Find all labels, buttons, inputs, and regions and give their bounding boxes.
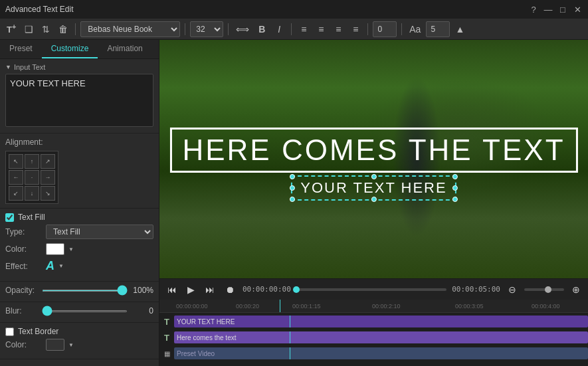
ruler-label-4: 00:00:3:05 <box>455 303 484 310</box>
border-color-arrow-icon[interactable]: ▼ <box>68 342 74 348</box>
align-middle-left[interactable]: ← <box>9 170 23 185</box>
track-clip-3: Preset Video <box>174 347 588 359</box>
input-text-arrow: ▼ <box>5 64 11 70</box>
zoom-indicator <box>545 286 551 293</box>
align-bottom-center[interactable]: ↓ <box>25 186 39 201</box>
handle-top-right[interactable] <box>452 174 458 179</box>
border-color-swatch[interactable] <box>46 339 64 351</box>
italic-icon: I <box>278 24 280 35</box>
align-left-icon: ≡ <box>301 24 306 35</box>
extra-icon-button[interactable]: Aa <box>407 21 423 37</box>
handle-mid-left[interactable] <box>290 185 295 191</box>
tab-preset[interactable]: Preset <box>0 40 42 58</box>
add-text-button[interactable]: T+ <box>4 21 19 37</box>
copy-button[interactable]: ❑ <box>21 21 36 37</box>
cursor-line-2 <box>290 331 290 343</box>
volume-down-button[interactable]: ⊖ <box>506 283 519 296</box>
separator-2 <box>185 23 185 35</box>
volume-up-button[interactable]: ⊕ <box>569 283 583 296</box>
track-content-3[interactable]: Preset Video <box>174 347 588 359</box>
input-text-section: ▼ Input Text YOUR TEXT HERE <box>0 59 159 134</box>
close-button[interactable]: ✕ <box>572 4 583 15</box>
track-clip-2: Here comes the text <box>174 331 588 343</box>
app-title: Advanced Text Edit <box>5 5 74 14</box>
spacing-input[interactable] <box>373 21 397 37</box>
handle-bottom-mid[interactable] <box>371 197 376 202</box>
font-size-selector[interactable]: 32 <box>190 21 223 37</box>
your-text-overlay[interactable]: YOUR TEXT HERE <box>291 175 456 201</box>
spacing-icon: ⟺ <box>236 24 249 35</box>
ruler-label-2: 00:00:1:15 <box>292 303 321 310</box>
opacity-slider[interactable] <box>42 290 128 292</box>
tabs: Preset Customize Animation <box>0 40 159 59</box>
handle-bottom-left[interactable] <box>290 197 295 202</box>
arrange-button[interactable]: ⇅ <box>39 21 53 37</box>
track-clip-1: YOUR TEXT HERE <box>174 316 588 327</box>
text-fill-label[interactable]: Text Fill <box>18 213 45 222</box>
input-text-header[interactable]: ▼ Input Text <box>5 63 153 71</box>
align-right-button[interactable]: ≡ <box>331 21 345 37</box>
maximize-button[interactable]: □ <box>557 4 568 15</box>
effect-arrow-icon[interactable]: ▼ <box>58 263 64 269</box>
align-middle-center[interactable]: · <box>25 170 39 185</box>
delete-button[interactable]: 🗑 <box>56 21 70 37</box>
type-selector[interactable]: Text Fill <box>46 225 153 239</box>
track-content-2[interactable]: Here comes the text <box>174 331 588 343</box>
spacing-icon-button[interactable]: ⟺ <box>233 21 252 37</box>
blur-section: Blur: 0 <box>0 302 159 323</box>
text-fill-checkbox[interactable] <box>5 213 14 222</box>
main-content: Preset Customize Animation ▼ Input Text … <box>0 40 588 366</box>
effect-letter-icon: A <box>46 259 54 273</box>
track-content-1[interactable]: YOUR TEXT HERE <box>174 316 588 327</box>
text-fill-section: Text Fill Type: Text Fill Color: ▼ Effec… <box>0 209 159 282</box>
minimize-button[interactable]: — <box>543 4 553 15</box>
align-top-left[interactable]: ↖ <box>9 154 23 169</box>
video-frame: HERE COMES THE TEXT YOUR TEXT HERE <box>159 40 588 278</box>
cursor-line-3 <box>290 347 290 359</box>
track-icon-2: T <box>159 330 174 345</box>
align-justify-button[interactable]: ≡ <box>348 21 363 37</box>
text-border-label[interactable]: Text Border <box>18 327 58 336</box>
border-color-label: Color: <box>5 340 42 349</box>
align-middle-right[interactable]: → <box>41 170 55 185</box>
video-text-overlay: HERE COMES THE TEXT YOUR TEXT HERE <box>169 128 577 201</box>
toolbar: T+ ❑ ⇅ 🗑 Bebas Neue Book 32 ⟺ B I ≡ ≡ ≡ … <box>0 19 588 40</box>
progress-indicator <box>293 286 300 293</box>
skip-frame-button[interactable]: ⏭ <box>203 283 217 296</box>
text-input[interactable]: YOUR TEXT HERE <box>5 74 153 127</box>
skip-start-button[interactable]: ⏮ <box>165 283 179 296</box>
align-top-right[interactable]: ↗ <box>41 154 55 169</box>
align-top-center[interactable]: ↑ <box>25 154 39 169</box>
record-button[interactable]: ⏺ <box>223 283 237 296</box>
video-preview: HERE COMES THE TEXT YOUR TEXT HERE <box>159 40 588 278</box>
effect-row: Effect: A ▼ <box>5 259 153 273</box>
align-bottom-right[interactable]: ↘ <box>41 186 55 201</box>
progress-track[interactable] <box>296 288 446 291</box>
color-swatch[interactable] <box>46 243 64 255</box>
zoom-track[interactable] <box>524 288 564 291</box>
bold-button[interactable]: B <box>254 21 269 37</box>
italic-button[interactable]: I <box>272 21 286 37</box>
end-time: 00:00:05:00 <box>452 285 500 294</box>
font-selector[interactable]: Bebas Neue Book <box>80 21 180 37</box>
title-bar: Advanced Text Edit ? — □ ✕ <box>0 0 588 19</box>
blur-slider[interactable] <box>42 310 128 312</box>
extra-input[interactable] <box>426 21 450 37</box>
play-button[interactable]: ▶ <box>185 283 197 296</box>
color-arrow-icon[interactable]: ▼ <box>68 246 74 252</box>
extra-up-button[interactable]: ▲ <box>452 21 467 37</box>
text-border-checkbox[interactable] <box>5 327 14 336</box>
align-left-button[interactable]: ≡ <box>296 21 311 37</box>
tab-customize[interactable]: Customize <box>42 40 98 58</box>
handle-mid-right[interactable] <box>452 185 458 191</box>
handle-top-left[interactable] <box>290 174 295 179</box>
align-bottom-left[interactable]: ↙ <box>9 186 23 201</box>
playback-bar: ⏮ ▶ ⏭ ⏺ 00:00:00:00 00:00:05:00 ⊖ ⊕ <box>159 278 588 300</box>
blur-label: Blur: <box>5 306 38 316</box>
tab-animation[interactable]: Animation <box>98 40 151 58</box>
timeline-tracks: T YOUR TEXT HERE T Here comes the text <box>159 313 588 366</box>
help-button[interactable]: ? <box>528 4 539 15</box>
handle-top-mid[interactable] <box>371 174 376 179</box>
align-center-button[interactable]: ≡ <box>314 21 328 37</box>
left-panel: Preset Customize Animation ▼ Input Text … <box>0 40 159 366</box>
